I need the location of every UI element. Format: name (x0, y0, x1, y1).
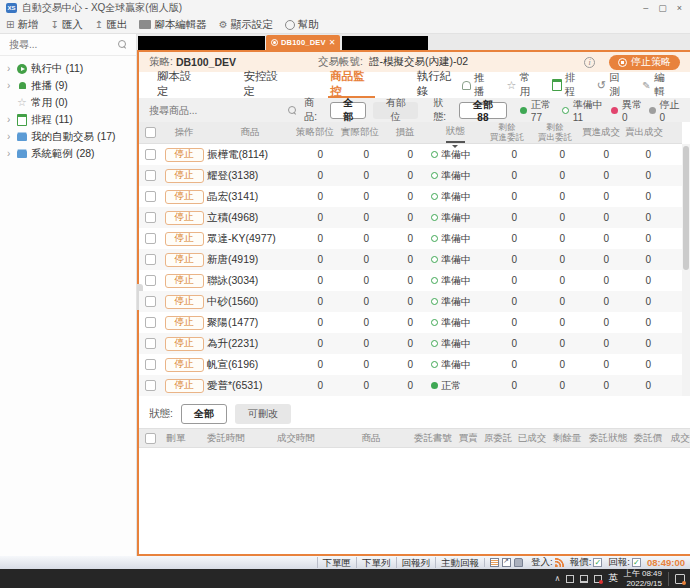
row-checkbox[interactable] (145, 212, 156, 223)
stop-strategy-button[interactable]: 停止策略 (609, 55, 680, 70)
row-stop-button[interactable]: 停止 (165, 211, 204, 225)
order-log-icon[interactable] (490, 558, 499, 567)
row-checkbox[interactable] (145, 191, 156, 202)
expand-caret-icon[interactable]: › (7, 63, 13, 74)
tab-close-icon[interactable]: ✕ (329, 38, 336, 47)
statusbar-button[interactable]: 回報列 (396, 557, 436, 568)
order-col-header[interactable]: 委託狀態 (585, 432, 631, 445)
quick-action[interactable]: 排程 (552, 71, 584, 99)
col-header-strategy-pos[interactable]: 策略部位 (293, 126, 337, 139)
info-icon[interactable]: i (584, 57, 595, 68)
status-filter-chip[interactable]: 準備中 11 (562, 98, 605, 123)
row-stop-button[interactable]: 停止 (165, 274, 204, 288)
row-stop-button[interactable]: 停止 (165, 253, 204, 267)
order-col-header[interactable]: 已成交 (515, 432, 549, 445)
row-checkbox[interactable] (145, 275, 156, 286)
taskbar-clock[interactable]: 上午 08:49 2022/9/15 (624, 569, 662, 587)
row-stop-button[interactable]: 停止 (165, 337, 204, 351)
toolbar-item[interactable]: 匯出 (95, 18, 127, 32)
toolbar-item[interactable]: 顯示設定 (219, 18, 273, 32)
order-col-header[interactable]: 委託書號 (411, 432, 455, 445)
order-col-header[interactable]: 買賣 (455, 432, 481, 445)
row-checkbox[interactable] (145, 149, 156, 160)
search-icon[interactable] (288, 106, 297, 115)
row-stop-button[interactable]: 停止 (165, 232, 204, 246)
row-checkbox[interactable] (145, 338, 156, 349)
toolbar-item[interactable]: 幫助 (285, 18, 319, 32)
row-checkbox[interactable] (145, 317, 156, 328)
col-header-action[interactable]: 操作 (161, 126, 207, 139)
panel-tab[interactable]: 執行紀錄 (415, 72, 462, 98)
toolbar-item[interactable]: 匯入 (50, 18, 82, 32)
row-stop-button[interactable]: 停止 (165, 148, 204, 162)
product-search-input[interactable] (149, 105, 284, 116)
tree-item[interactable]: › 推播 (9) (0, 77, 136, 94)
select-all-checkbox[interactable] (145, 127, 156, 138)
col-header-rem-buy[interactable]: 剩餘 買進委託 (483, 123, 531, 142)
tree-item[interactable]: › 系統範例 (28) (0, 145, 136, 162)
product-with-position-button[interactable]: 有部位 (373, 102, 418, 119)
statusbar-button[interactable]: 主動回報 (435, 557, 484, 568)
row-stop-button[interactable]: 停止 (165, 379, 204, 393)
order-col-header[interactable]: 原委託 (481, 432, 515, 445)
tray-display-icon[interactable] (580, 575, 588, 583)
vertical-scrollbar[interactable] (682, 144, 690, 396)
tray-app-icon[interactable] (566, 575, 574, 583)
status-all-button[interactable]: 全部 88 (459, 102, 507, 119)
order-col-header[interactable]: 成交時間 (261, 432, 331, 445)
tray-sound-icon[interactable] (594, 575, 602, 583)
expand-caret-icon[interactable]: › (7, 80, 13, 91)
order-editable-button[interactable]: 可刪改 (235, 404, 291, 424)
row-checkbox[interactable] (145, 380, 156, 391)
status-filter-chip[interactable]: 異常 0 (611, 98, 642, 123)
order-col-header[interactable]: 委託時間 (191, 432, 261, 445)
quick-action[interactable]: 推播 (461, 71, 493, 99)
order-col-header[interactable]: 委託價 (631, 432, 665, 445)
row-stop-button[interactable]: 停止 (165, 169, 204, 183)
maximize-button[interactable]: ▢ (658, 3, 667, 13)
col-header-sell-filled[interactable]: 賣出成交 (623, 126, 665, 139)
search-icon[interactable] (118, 40, 127, 49)
minimize-button[interactable]: – (643, 3, 648, 13)
tree-item[interactable]: › 排程 (11) (0, 111, 136, 128)
close-button[interactable]: × (677, 3, 682, 13)
sidebar-search-input[interactable] (9, 39, 118, 50)
scrollbar-thumb[interactable] (683, 146, 689, 270)
toolbar-item[interactable]: 新增 (6, 18, 38, 32)
expand-caret-icon[interactable]: › (7, 114, 13, 125)
panel-tab[interactable]: 商品監控 (328, 72, 375, 98)
tray-expand-icon[interactable]: ∧ (554, 574, 560, 583)
order-col-header[interactable]: 商品 (331, 432, 411, 445)
statusbar-button[interactable]: 下單列 (356, 557, 396, 568)
order-col-header[interactable]: 剩餘量 (549, 432, 585, 445)
row-stop-button[interactable]: 停止 (165, 190, 204, 204)
order-col-header[interactable]: 成交價 (665, 432, 690, 445)
lock-icon[interactable] (514, 558, 523, 567)
row-stop-button[interactable]: 停止 (165, 316, 204, 330)
col-header-buy-filled[interactable]: 買進成交 (579, 126, 623, 139)
panel-tab[interactable]: 安控設定 (242, 72, 289, 98)
quick-action[interactable]: 回測 (597, 71, 629, 99)
quick-action[interactable]: 常用 (507, 71, 539, 99)
tree-item[interactable]: 常用 (0) (0, 94, 136, 111)
statusbar-button[interactable]: 下單匣 (317, 557, 357, 568)
col-header-rem-sell[interactable]: 剩餘 賣出委託 (531, 123, 579, 142)
tree-item[interactable]: › 執行中 (11) (0, 60, 136, 77)
status-filter-chip[interactable]: 停止 0 (649, 98, 680, 123)
row-checkbox[interactable] (145, 233, 156, 244)
row-checkbox[interactable] (145, 170, 156, 181)
product-all-button[interactable]: 全部 (330, 102, 366, 119)
col-header-pnl[interactable]: 損益 (383, 126, 427, 139)
col-header-actual-pos[interactable]: 實際部位 (337, 126, 383, 139)
quick-action[interactable]: 編輯 (642, 71, 674, 99)
row-checkbox[interactable] (145, 254, 156, 265)
order-col-header[interactable]: 刪單 (161, 432, 191, 445)
row-checkbox[interactable] (145, 359, 156, 370)
order-select-all-checkbox[interactable] (145, 433, 156, 444)
order-all-button[interactable]: 全部 (181, 404, 227, 424)
status-filter-chip[interactable]: 正常 77 (520, 98, 556, 123)
row-stop-button[interactable]: 停止 (165, 295, 204, 309)
row-stop-button[interactable]: 停止 (165, 358, 204, 372)
tab-db100-dev[interactable]: DB100_DEV ✕ (266, 35, 340, 50)
input-language-indicator[interactable]: 英 (608, 572, 618, 585)
